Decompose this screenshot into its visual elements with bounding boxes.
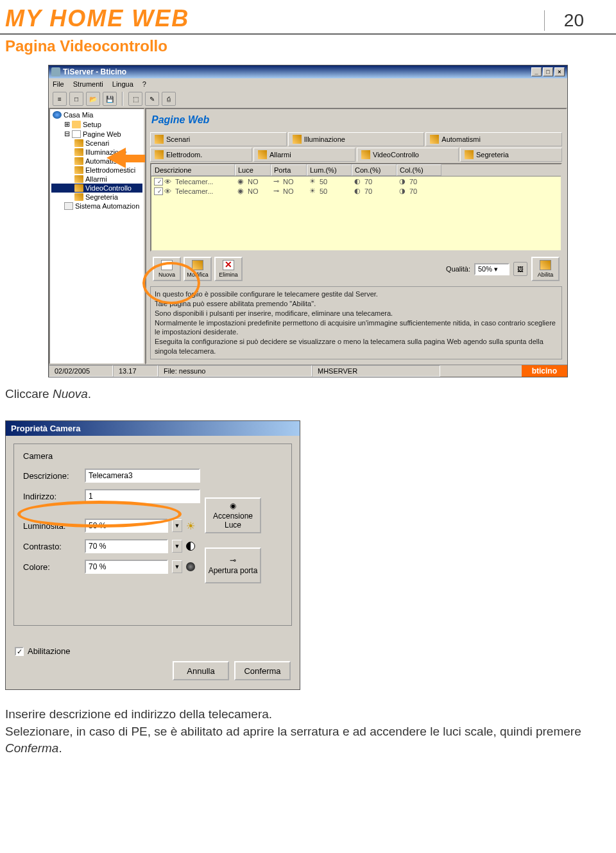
tool-btn-5[interactable]: ⬚ — [128, 92, 142, 106]
colore-select[interactable] — [85, 560, 168, 574]
quality-select[interactable]: 50% ▾ — [474, 263, 509, 275]
tree-item-videocontrollo[interactable]: VideoControllo — [51, 184, 142, 193]
dropdown-icon[interactable]: ▼ — [172, 560, 182, 573]
tree-sistema[interactable]: Sistema Automazion — [51, 202, 142, 211]
col-col[interactable]: Col.(%) — [397, 164, 441, 176]
quality-value: 50% — [478, 265, 492, 273]
globe-icon — [53, 111, 62, 119]
table-row[interactable]: ✓ 👁 Telecamer... ◉ NO ⊸ NO ☀ 50 ◐ 70 ◑ 7… — [151, 177, 561, 186]
accensione-luce-button[interactable]: ◉ Accensione Luce — [205, 497, 261, 533]
elimina-button[interactable]: Elimina — [214, 257, 243, 281]
descrizione-input[interactable] — [85, 469, 200, 483]
page-title: MY HOME WEB — [5, 5, 189, 32]
page-number: 20 — [544, 10, 603, 31]
cell-luce: NO — [245, 187, 261, 195]
tree-item-automatismi[interactable]: Automatismi — [51, 157, 142, 166]
indirizzo-input[interactable] — [85, 489, 200, 503]
window-title: TiServer - Bticino — [63, 67, 126, 76]
tool-btn-1[interactable]: ≡ — [53, 92, 67, 106]
dropdown-icon[interactable]: ▼ — [172, 519, 182, 532]
tree-pagine[interactable]: ⊟Pagine Web — [51, 129, 142, 139]
camera-dialog: Proprietà Camera Camera Descrizione: Ind… — [5, 420, 300, 690]
cell-desc: Telecamer... — [173, 187, 216, 195]
menu-help[interactable]: ? — [142, 80, 146, 88]
caption-text: Cliccare — [5, 387, 53, 401]
tree-setup-label: Setup — [83, 121, 101, 128]
abilitazione-row: ✓ Abilitazione — [6, 646, 300, 656]
cell-col: 70 — [407, 187, 420, 195]
btn-label: Elimina — [219, 271, 238, 278]
tool-btn-open[interactable]: 📂 — [86, 92, 100, 106]
luminosita-select[interactable] — [85, 519, 168, 533]
row-checkbox[interactable]: ✓ — [154, 187, 163, 195]
preview-button[interactable]: 🖼 — [513, 262, 527, 276]
item-icon — [74, 193, 83, 201]
menu-lingua[interactable]: Lingua — [112, 80, 133, 88]
tool-btn-7[interactable]: ⎙ — [162, 92, 176, 106]
tab-allarmi[interactable]: Allarmi — [253, 148, 355, 162]
tab-segreteria[interactable]: Segreteria — [460, 148, 562, 162]
nuova-button[interactable]: Nuova — [153, 257, 181, 281]
col-descrizione[interactable]: Descrizione — [151, 164, 235, 176]
cell-desc: Telecamer... — [173, 178, 216, 185]
tree-item-scenari[interactable]: Scenari — [51, 139, 142, 148]
app-icon — [51, 67, 60, 76]
menu-file[interactable]: File — [53, 80, 64, 88]
dialog-title: Proprietà Camera — [6, 421, 300, 436]
tab-label: Segreteria — [476, 151, 509, 159]
col-con[interactable]: Con.(%) — [352, 164, 397, 176]
maximize-button[interactable]: □ — [543, 67, 553, 76]
col-lum[interactable]: Lum.(%) — [307, 164, 352, 176]
table-row[interactable]: ✓ 👁 Telecamer... ◉ NO ⊸ NO ☀ 50 ◐ 70 ◑ 7… — [151, 186, 561, 196]
tool-btn-6[interactable]: ✎ — [145, 92, 159, 106]
tree-setup[interactable]: ⊞Setup — [51, 119, 142, 129]
col-luce[interactable]: Luce — [235, 164, 271, 176]
tab-videocontrollo[interactable]: VideoControllo — [357, 148, 459, 162]
tree-label: Segreteria — [85, 193, 118, 201]
tree-item-elettrodomestici[interactable]: Elettrodomestici — [51, 166, 142, 175]
close-button[interactable]: × — [554, 67, 565, 76]
tree-root[interactable]: Casa Mia — [51, 110, 142, 119]
tool-btn-new[interactable]: □ — [69, 92, 83, 106]
contrasto-select[interactable] — [85, 539, 168, 553]
dropdown-icon[interactable]: ▼ — [172, 540, 182, 553]
menu-strumenti[interactable]: Strumenti — [73, 80, 103, 88]
abilita-button[interactable]: Abilita — [531, 257, 560, 281]
tree-item-segreteria[interactable]: Segreteria — [51, 193, 142, 202]
tree-item-allarmi[interactable]: Allarmi — [51, 175, 142, 184]
descrizione-label: Descrizione: — [23, 471, 81, 481]
brand-logo: bticino — [522, 365, 567, 377]
tab-illuminazione[interactable]: Illuminazione — [288, 132, 425, 146]
tree-label: VideoControllo — [85, 184, 132, 192]
tool-btn-save[interactable]: 💾 — [103, 92, 117, 106]
col-porta[interactable]: Porta — [271, 164, 307, 176]
luminosita-label: Luminosità: — [23, 521, 81, 531]
tree-label: Automatismi — [85, 157, 124, 165]
conferma-button[interactable]: Conferma — [234, 661, 291, 680]
titlebar: TiServer - Bticino _ □ × — [49, 65, 567, 78]
tab-scenari[interactable]: Scenari — [150, 132, 287, 146]
item-icon — [74, 175, 83, 183]
modifica-button[interactable]: Modifica — [184, 257, 212, 281]
caption-em: Nuova — [53, 387, 88, 401]
app-body: Casa Mia ⊞Setup ⊟Pagine Web Scenari Illu… — [49, 108, 567, 365]
folder-icon — [72, 121, 81, 128]
door-icon: ⊸ — [228, 556, 237, 565]
minimize-button[interactable]: _ — [531, 67, 542, 76]
row-checkbox[interactable]: ✓ — [154, 178, 163, 185]
tab-icon — [258, 150, 267, 159]
cell-con: 70 — [362, 178, 375, 185]
cell-luce: NO — [245, 178, 261, 185]
tab-label: Elettrodom. — [166, 151, 202, 159]
status-time: 13.17 — [113, 365, 158, 377]
annulla-button[interactable]: Annulla — [173, 661, 229, 680]
tab-elettrodom[interactable]: Elettrodom. — [150, 148, 252, 162]
btn-label: Accensione Luce — [206, 512, 260, 530]
tree-item-illuminazione[interactable]: Illuminazione — [51, 148, 142, 157]
contrast-icon — [186, 542, 195, 551]
abilitazione-checkbox[interactable]: ✓ — [15, 647, 24, 656]
camera-table: Descrizione Luce Porta Lum.(%) Con.(%) C… — [150, 163, 562, 252]
apertura-porta-button[interactable]: ⊸ Apertura porta — [205, 547, 261, 583]
tab-automatismi[interactable]: Automatismi — [425, 132, 562, 146]
cell-lum: 50 — [317, 187, 330, 195]
